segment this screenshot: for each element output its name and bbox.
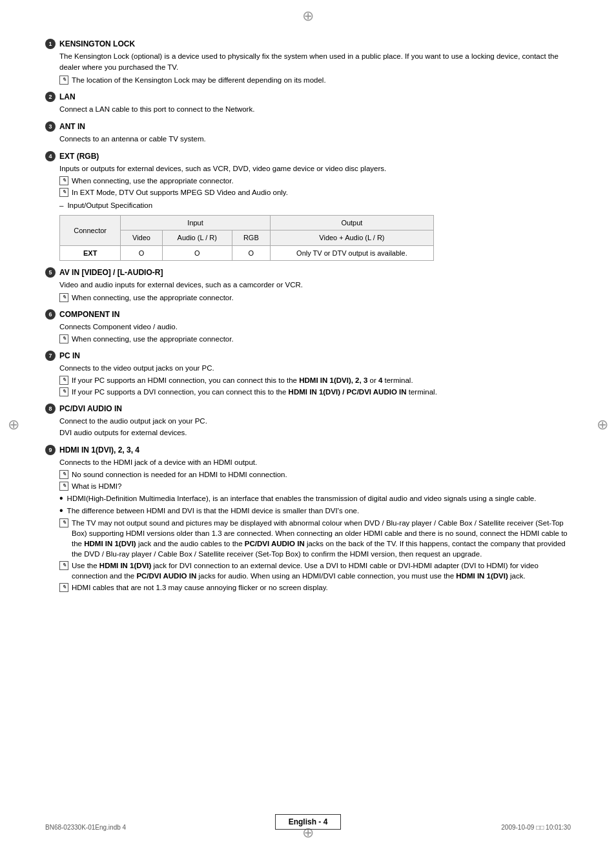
table-output-header: Output <box>270 215 433 230</box>
section-6-note-1: ✎ When connecting, use the appropriate c… <box>59 334 571 344</box>
table-output-sub-header: Video + Audio (L / R) <box>270 230 433 246</box>
section-2-body: Connect a LAN cable to this port to conn… <box>59 104 571 115</box>
section-9-body: Connects to the HDMI jack of a device wi… <box>59 457 571 593</box>
section-lan: 2 LAN Connect a LAN cable to this port t… <box>45 92 571 115</box>
note-icon-7-1: ✎ <box>59 376 68 385</box>
table-video-header: Video <box>121 230 162 246</box>
spec-table: Connector Input Output Video Audio (L / … <box>59 215 434 261</box>
section-8-body: Connect to the audio output jack on your… <box>59 416 571 438</box>
table-rgb-header: RGB <box>232 230 270 246</box>
section-7-body: Connects to the video output jacks on yo… <box>59 363 571 397</box>
footer-left: BN68-02330K-01Eng.indb 4 <box>45 824 126 831</box>
section-8-label: PC/DVI AUDIO IN <box>59 404 122 413</box>
section-3-title: 3 ANT IN <box>45 121 571 132</box>
section-9-bullet-1: • HDMI(High-Definition Multimedia Interf… <box>59 493 571 504</box>
table-row-output: Only TV or DTV output is available. <box>270 245 433 261</box>
section-8-num: 8 <box>45 404 56 414</box>
section-1-body: The Kensington Lock (optional) is a devi… <box>59 51 571 85</box>
note-icon-9-1: ✎ <box>59 470 68 479</box>
section-9-note-2: ✎ What is HDMI? <box>59 481 571 491</box>
note-icon-9-4: ✎ <box>59 561 68 570</box>
section-5-body: Video and audio inputs for external devi… <box>59 280 571 302</box>
section-2-label: LAN <box>59 92 76 101</box>
footer-right: 2009-10-09 □□ 10:01:30 <box>501 824 571 831</box>
section-4-text: Inputs or outputs for external devices, … <box>59 165 386 172</box>
note-text-6-1: When connecting, use the appropriate con… <box>72 334 571 344</box>
section-6-text: Connects Component video / audio. <box>59 323 178 331</box>
section-5-label: AV IN [VIDEO] / [L-AUDIO-R] <box>59 268 163 277</box>
section-9-note2-1: ✎ The TV may not output sound and pictur… <box>59 518 571 559</box>
section-3-label: ANT IN <box>59 122 85 131</box>
note-text-5-1: When connecting, use the appropriate con… <box>72 292 571 303</box>
section-3-num: 3 <box>45 121 56 132</box>
section-av-in: 5 AV IN [VIDEO] / [L-AUDIO-R] Video and … <box>45 267 571 302</box>
note-icon-9-5: ✎ <box>59 583 68 592</box>
section-kensington-lock: 1 KENSINGTON LOCK The Kensington Lock (o… <box>45 39 571 85</box>
page: ⊕ ⊕ ⊕ ⊕ 1 KENSINGTON LOCK The Kensington… <box>0 0 616 849</box>
section-ext-rgb: 4 EXT (RGB) Inputs or outputs for extern… <box>45 151 571 261</box>
note-icon-7-2: ✎ <box>59 387 68 396</box>
table-audio-header: Audio (L / R) <box>162 230 232 246</box>
note-icon-9-3: ✎ <box>59 518 68 527</box>
crosshair-top-icon: ⊕ <box>302 8 314 25</box>
note-icon-6-1: ✎ <box>59 334 68 343</box>
note-icon-9-2: ✎ <box>59 482 68 491</box>
note-text-9-4: Use the HDMI IN 1(DVI) jack for DVI conn… <box>72 560 571 581</box>
note-icon-4-2: ✎ <box>59 188 68 197</box>
section-7-num: 7 <box>45 351 56 361</box>
section-7-note-2: ✎ If your PC supports a DVI connection, … <box>59 387 571 397</box>
section-9-note2-2: ✎ Use the HDMI IN 1(DVI) jack for DVI co… <box>59 560 571 581</box>
section-2-text: Connect a LAN cable to this port to conn… <box>59 105 254 113</box>
section-8-text-1: Connect to the audio output jack on your… <box>59 416 571 427</box>
section-8-text-2: DVI audio outputs for external devices. <box>59 427 571 438</box>
section-7-note-1: ✎ If your PC supports an HDMI connection… <box>59 375 571 385</box>
section-5-text: Video and audio inputs for external devi… <box>59 281 303 289</box>
table-row-label: EXT <box>60 245 121 261</box>
section-7-text: Connects to the video output jacks on yo… <box>59 364 214 372</box>
note-text-9-1: No sound connection is needed for an HDM… <box>72 469 571 480</box>
section-2-title: 2 LAN <box>45 92 571 102</box>
note-text-9-2: What is HDMI? <box>72 481 571 491</box>
section-4-dash-1: Input/Output Specification <box>59 200 571 211</box>
table-input-header: Input <box>121 215 270 230</box>
section-1-title: 1 KENSINGTON LOCK <box>45 39 571 49</box>
section-7-label: PC IN <box>59 351 80 360</box>
note-text-4-2: In EXT Mode, DTV Out supports MPEG SD Vi… <box>72 187 571 198</box>
table-connector-header: Connector <box>60 215 121 245</box>
table-row-video: O <box>121 245 162 261</box>
table-row-audio: O <box>162 245 232 261</box>
section-4-label: EXT (RGB) <box>59 152 99 161</box>
section-9-num: 9 <box>45 445 56 455</box>
section-4-num: 4 <box>45 151 56 161</box>
dash-text-4-1: Input/Output Specification <box>67 200 152 211</box>
bullet-dot-9-2: • <box>59 506 63 516</box>
table-row-ext: EXT O O O Only TV or DTV output is avail… <box>60 245 434 261</box>
section-component-in: 6 COMPONENT IN Connects Component video … <box>45 309 571 344</box>
section-5-title: 5 AV IN [VIDEO] / [L-AUDIO-R] <box>45 267 571 278</box>
bullet-text-9-1: HDMI(High-Definition Multimedia Interfac… <box>67 493 571 504</box>
bullet-dot-9-1: • <box>59 493 63 504</box>
section-5-num: 5 <box>45 267 56 278</box>
section-6-body: Connects Component video / audio. ✎ When… <box>59 322 571 344</box>
section-ant-in: 3 ANT IN Connects to an antenna or cable… <box>45 121 571 145</box>
note-text-9-5: HDMI cables that are not 1.3 may cause a… <box>72 582 571 593</box>
section-1-note-1: ✎ The location of the Kensington Lock ma… <box>59 75 571 85</box>
section-9-label: HDMI IN 1(DVI), 2, 3, 4 <box>59 445 139 455</box>
section-9-bullet-2: • The difference between HDMI and DVI is… <box>59 506 571 516</box>
section-6-title: 6 COMPONENT IN <box>45 309 571 320</box>
note-icon: ✎ <box>59 76 68 85</box>
table-row-rgb: O <box>232 245 270 261</box>
section-1-text: The Kensington Lock (optional) is a devi… <box>59 52 559 71</box>
section-7-title: 7 PC IN <box>45 351 571 361</box>
section-9-text: Connects to the HDMI jack of a device wi… <box>59 458 257 466</box>
crosshair-right-icon: ⊕ <box>597 416 608 433</box>
section-3-text: Connects to an antenna or cable TV syste… <box>59 135 206 143</box>
note-text-7-1: If your PC supports an HDMI connection, … <box>72 375 571 385</box>
crosshair-left-icon: ⊕ <box>8 416 19 433</box>
section-5-note-1: ✎ When connecting, use the appropriate c… <box>59 292 571 303</box>
section-1-label: KENSINGTON LOCK <box>59 39 135 48</box>
bullet-text-9-2: The difference between HDMI and DVI is t… <box>67 506 571 516</box>
note-text: The location of the Kensington Lock may … <box>72 75 571 85</box>
section-6-label: COMPONENT IN <box>59 310 119 319</box>
section-6-num: 6 <box>45 309 56 320</box>
